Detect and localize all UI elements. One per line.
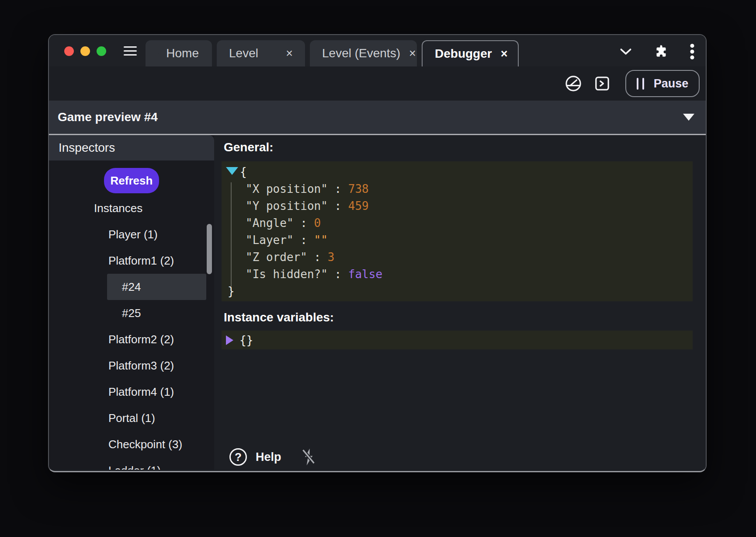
json-entry: "Z order" : 3 [222,249,693,266]
json-entry: "X position" : 738 [222,181,693,198]
tab-bar: Home Level × Level (Events) × Debugger × [146,35,519,66]
json-separator: : [294,234,314,247]
json-separator: : [328,182,348,195]
more-options-icon[interactable] [689,43,695,60]
chevron-down-icon[interactable] [618,44,633,59]
collapsed-object-braces: {} [239,334,253,347]
json-key: "X position" [246,182,328,195]
help-label[interactable]: Help [256,450,281,464]
json-open-brace: { [222,164,693,181]
json-key: "Y position" [246,199,328,213]
tab-label: Debugger [435,47,492,61]
tab-label: Home [166,46,199,60]
close-icon[interactable]: × [286,48,293,59]
json-value: 738 [348,182,369,195]
sidebar-item[interactable]: Platform4 (1) [49,379,214,405]
game-preview-selector[interactable]: Game preview #4 [49,101,706,135]
json-value: 459 [348,199,369,213]
debugger-content: Inspectors Refresh InstancesPlayer (1)Pl… [49,135,706,470]
debugger-toolbar: Pause [49,66,706,101]
zoom-window-button[interactable] [97,46,106,56]
pause-button[interactable]: Pause [625,70,700,97]
json-separator: : [307,251,328,264]
help-row: ? Help [229,447,317,467]
sidebar-scrollbar-thumb[interactable] [207,224,212,274]
json-key: "Layer" [246,234,294,247]
close-window-button[interactable] [64,46,74,56]
json-key: "Angle" [246,216,294,230]
json-entry: "Layer" : "" [222,232,693,249]
json-entry: "Angle" : 0 [222,215,693,232]
sidebar-item[interactable]: Ladder (1) [49,457,214,470]
titlebar-right-actions [618,43,706,60]
close-icon[interactable]: × [409,48,416,59]
sidebar-item[interactable]: Platform2 (2) [49,326,214,352]
variables-json-view: {} [222,331,693,349]
console-icon[interactable] [593,74,611,93]
dropdown-arrow-icon[interactable] [683,114,694,121]
inspectors-header: Inspectors [49,135,214,160]
sidebar-item[interactable]: Platform3 (2) [49,352,214,379]
instance-variables-label: Instance variables: [224,310,706,323]
extensions-puzzle-icon[interactable] [653,44,669,59]
minimize-window-button[interactable] [80,46,90,56]
sidebar-item[interactable]: #24 [107,274,206,300]
tab-label: Level [229,46,258,60]
profiler-gauge-icon[interactable] [564,74,583,93]
pause-icon [637,78,644,90]
json-value: false [348,268,382,281]
json-value: 3 [328,251,335,264]
sidebar-item[interactable]: #25 [49,300,214,326]
inspectors-sidebar: Inspectors Refresh InstancesPlayer (1)Pl… [49,135,214,470]
flash-off-icon[interactable] [300,447,317,467]
inspectors-header-label: Inspectors [59,141,115,155]
game-preview-title: Game preview #4 [58,110,158,124]
tab-debugger[interactable]: Debugger × [422,40,519,66]
tab-label: Level (Events) [322,46,400,60]
json-separator: : [328,199,348,213]
app-window: Home Level × Level (Events) × Debugger × [48,34,707,472]
help-button[interactable]: ? [229,448,247,466]
json-separator: : [294,216,314,230]
window-controls [49,46,106,56]
general-json-view: { "X position" : 738"Y position" : 459"A… [222,161,693,301]
sidebar-item[interactable]: Checkpoint (3) [49,431,214,457]
hamburger-menu-icon[interactable] [124,46,137,56]
json-value: 0 [314,216,321,230]
sidebar-item[interactable]: Player (1) [49,221,214,248]
expand-arrow-icon[interactable] [226,335,233,345]
collapse-arrow-icon[interactable] [226,167,238,175]
json-close-brace: } [222,283,693,300]
pause-button-label: Pause [654,77,689,91]
json-key: "Z order" [246,251,307,264]
sidebar-item[interactable]: Platform1 (2) [49,248,214,274]
general-section-label: General: [224,140,706,153]
question-mark-icon: ? [235,450,242,464]
json-key: "Is hidden?" [246,268,328,281]
refresh-row: Refresh [49,168,214,193]
general-json-entries: "X position" : 738"Y position" : 459"Ang… [222,181,693,283]
json-entry: "Is hidden?" : false [222,266,693,283]
tab-level-events[interactable]: Level (Events) × [310,40,417,66]
tab-home[interactable]: Home [146,40,212,66]
instances-list: InstancesPlayer (1)Platform1 (2)#24#25Pl… [49,195,214,470]
close-icon[interactable]: × [501,48,508,60]
tab-level[interactable]: Level × [217,40,305,66]
inspector-detail-panel: General: { "X position" : 738"Y position… [214,135,706,470]
json-separator: : [328,268,348,281]
sidebar-item[interactable]: Portal (1) [49,405,214,431]
refresh-button[interactable]: Refresh [104,168,159,193]
json-value: "" [314,234,328,247]
instances-root-item[interactable]: Instances [49,195,214,221]
indent-guide [231,182,232,286]
json-entry: "Y position" : 459 [222,198,693,215]
title-bar: Home Level × Level (Events) × Debugger × [49,35,706,66]
